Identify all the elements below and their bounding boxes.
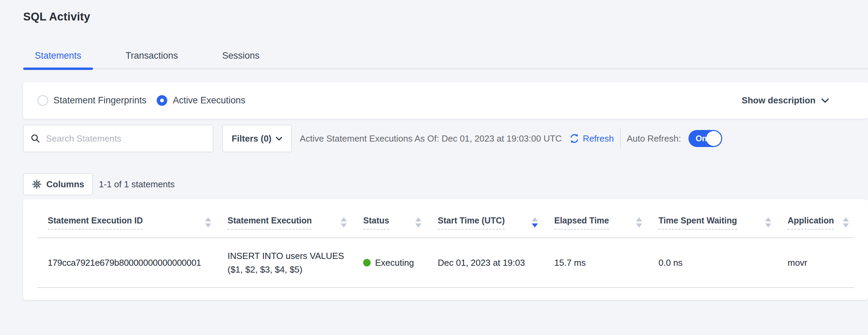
tab-transactions-label: Transactions (126, 50, 178, 61)
status-badge: Executing (375, 258, 414, 268)
column-header-statement-execution-id[interactable]: Statement Execution ID (37, 207, 217, 237)
toggle-knob (706, 131, 721, 146)
page-title: SQL Activity (23, 0, 868, 23)
search-input[interactable] (46, 133, 206, 144)
columns-button[interactable]: Columns (23, 173, 93, 195)
tab-statements[interactable]: Statements (23, 50, 93, 69)
refresh-icon (569, 133, 580, 144)
sort-icon (843, 217, 849, 228)
tab-sessions[interactable]: Sessions (211, 50, 271, 69)
results-count: 1-1 of 1 statements (99, 179, 175, 190)
cell-execution-id: 179cca7921e679b80000000000000001 (37, 258, 217, 268)
chevron-down-icon (821, 98, 829, 103)
auto-refresh-label: Auto Refresh: (627, 133, 681, 144)
table-header-row: Statement Execution ID Statement Executi… (37, 207, 854, 238)
column-header-label: Application (788, 216, 834, 230)
sort-icon (341, 217, 347, 228)
show-description-toggle[interactable]: Show description (742, 95, 829, 106)
toolbar: Filters (0) Active Statement Executions … (23, 125, 868, 152)
radio-statement-fingerprints-label: Statement Fingerprints (53, 95, 146, 106)
tab-bar: Statements Transactions Sessions (23, 50, 868, 69)
table-controls-row: Columns 1-1 of 1 statements (23, 173, 868, 195)
tab-transactions[interactable]: Transactions (114, 50, 190, 69)
sort-icon (205, 217, 211, 228)
statements-table: Statement Execution ID Statement Executi… (23, 199, 868, 300)
column-header-label: Elapsed Time (554, 216, 609, 230)
refresh-button[interactable]: Refresh (569, 133, 614, 144)
refresh-label: Refresh (583, 133, 614, 144)
page-content: SQL Activity Statements Transactions Ses… (23, 0, 868, 300)
radio-active-executions[interactable]: Active Executions (157, 95, 245, 106)
column-header-label: Time Spent Waiting (658, 216, 737, 230)
sort-icon (415, 217, 421, 228)
tab-sessions-label: Sessions (222, 50, 260, 61)
radio-unselected-icon (37, 95, 48, 106)
auto-refresh-toggle[interactable]: On (688, 130, 722, 147)
sort-icon (636, 217, 642, 228)
column-header-label: Statement Execution (228, 216, 312, 230)
filters-button[interactable]: Filters (0) (222, 125, 292, 152)
show-description-label: Show description (742, 95, 816, 106)
active-tab-underline (23, 68, 93, 70)
status-executing-dot-icon (363, 259, 371, 266)
auto-refresh-state: On (696, 134, 707, 143)
radio-selected-icon (157, 95, 167, 106)
cell-elapsed-time: 15.7 ms (543, 258, 648, 268)
column-header-time-spent-waiting[interactable]: Time Spent Waiting (648, 207, 777, 237)
cell-start-time: Dec 01, 2023 at 19:03 (427, 258, 543, 268)
search-icon (30, 133, 41, 144)
radio-statement-fingerprints[interactable]: Statement Fingerprints (37, 95, 146, 106)
columns-button-label: Columns (46, 179, 84, 190)
column-header-label: Start Time (UTC) (438, 216, 505, 230)
table-row: 179cca7921e679b80000000000000001 INSERT … (37, 238, 854, 288)
tab-statements-label: Statements (35, 50, 81, 61)
column-header-statement-execution[interactable]: Statement Execution (217, 207, 352, 237)
column-header-application[interactable]: Application (777, 207, 854, 237)
cell-statement: INSERT INTO users VALUES ($1, $2, $3, $4… (217, 249, 352, 276)
filters-button-label: Filters (0) (232, 133, 272, 144)
toolbar-divider (620, 129, 621, 148)
column-header-status[interactable]: Status (352, 207, 427, 237)
as-of-timestamp: Active Statement Executions As Of: Dec 0… (300, 133, 562, 144)
sort-icon-active-desc (532, 217, 538, 228)
view-mode-card: Statement Fingerprints Active Executions… (23, 82, 868, 119)
column-header-label: Status (363, 216, 389, 230)
chevron-down-icon (276, 136, 282, 141)
cell-application: movr (777, 258, 854, 268)
column-header-label: Statement Execution ID (48, 216, 143, 230)
column-header-start-time[interactable]: Start Time (UTC) (427, 207, 543, 237)
column-header-elapsed-time[interactable]: Elapsed Time (543, 207, 648, 237)
gear-icon (32, 179, 42, 189)
radio-active-executions-label: Active Executions (173, 95, 245, 106)
cell-time-spent-waiting: 0.0 ns (648, 258, 777, 268)
search-box (23, 125, 213, 152)
cell-status: Executing (352, 258, 427, 268)
sort-icon (765, 217, 771, 228)
